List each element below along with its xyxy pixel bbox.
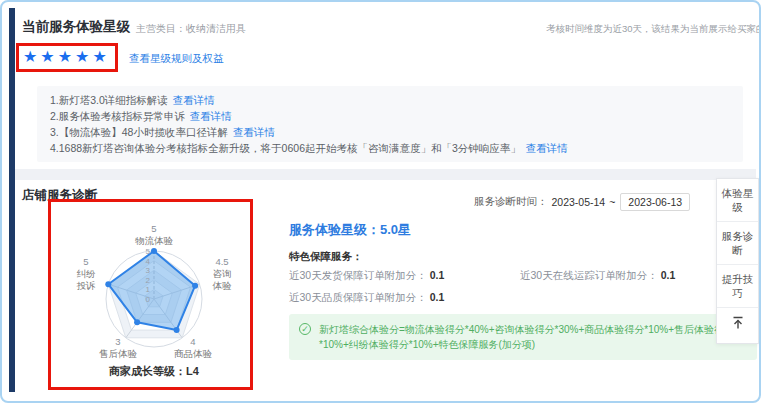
notice-text: 2.服务体验考核指标异常申诉 bbox=[50, 110, 185, 122]
service-radar-chart: 012345 5 物流体验 4.5 咨询体验 4 商品体验 3 售后体验 5 纠… bbox=[54, 222, 254, 390]
notice-list: 1.新灯塔3.0详细指标解读查看详情 2.服务体验考核指标异常申诉查看详情 3.… bbox=[37, 86, 743, 162]
radar-axis-aftersale: 3 售后体验 bbox=[78, 336, 158, 360]
left-page-edge-strip bbox=[9, 8, 15, 392]
svg-text:1: 1 bbox=[146, 285, 151, 294]
star-icon: ★ bbox=[23, 48, 40, 65]
notice-detail-link[interactable]: 查看详情 bbox=[233, 126, 275, 138]
sidenav-item-diagnosis[interactable]: 服务诊断 bbox=[717, 222, 758, 265]
star-icon: ★ bbox=[75, 48, 92, 65]
formula-note: ✓ 新灯塔综合体验分=物流体验得分*40%+咨询体验得分*30%+商品体验得分*… bbox=[289, 314, 757, 360]
date-start: 2023-05-14 bbox=[552, 196, 606, 208]
metric-shipping-bonus: 近30天发货保障订单附加分：0.1 bbox=[289, 269, 444, 283]
check-circle-icon: ✓ bbox=[299, 323, 311, 335]
notice-item: 1.新灯塔3.0详细指标解读查看详情 bbox=[50, 92, 730, 108]
notice-item: 4.1688新灯塔咨询体验分考核指标全新升级，将于0606起开始考核「咨询满意度… bbox=[50, 140, 730, 156]
sidenav-item-star-level[interactable]: 体验星级 bbox=[717, 179, 758, 222]
radar-axis-logistics: 5 物流体验 bbox=[114, 223, 194, 247]
back-to-top-icon bbox=[731, 316, 745, 330]
diagnosis-date-row: 服务诊断时间： 2023-05-14 ~ 2023-06-13 bbox=[474, 193, 690, 211]
diagnosis-title: 店铺服务诊断 bbox=[22, 187, 97, 204]
svg-text:4: 4 bbox=[146, 257, 151, 266]
radar-axis-product: 4 商品体验 bbox=[150, 336, 236, 360]
notice-text: 4.1688新灯塔咨询体验分考核指标全新升级，将于0606起开始考核「咨询满意度… bbox=[50, 142, 521, 154]
main-category-label: 主营类目：收纳清洁用具 bbox=[136, 22, 246, 36]
service-star-heading: 服务体验星级：5.0星 bbox=[289, 221, 411, 239]
back-to-top-button[interactable] bbox=[717, 308, 758, 343]
metric-quality-bonus: 近30天品质保障订单附加分：0.1 bbox=[289, 291, 444, 305]
merchant-level-label: 商家成长等级：L4 bbox=[54, 364, 254, 379]
date-separator: ~ bbox=[609, 196, 615, 208]
star-rules-link[interactable]: 查看星级规则及权益 bbox=[129, 52, 224, 66]
radar-axis-dispute: 5 纠纷投诉 bbox=[68, 256, 104, 292]
metric-tracking-bonus: 近30天在线运踪订单附加分：0.1 bbox=[520, 269, 675, 283]
notice-text: 3.【物流体验】48小时揽收率口径详解 bbox=[50, 126, 228, 138]
notice-detail-link[interactable]: 查看详情 bbox=[173, 94, 215, 106]
diagnosis-time-label: 服务诊断时间： bbox=[474, 195, 548, 209]
date-end-picker[interactable]: 2023-06-13 bbox=[620, 193, 690, 211]
guarantee-heading: 特色保障服务： bbox=[289, 250, 363, 264]
radar-axis-consult: 4.5 咨询体验 bbox=[204, 256, 240, 292]
sidenav-item-tips[interactable]: 提升技巧 bbox=[717, 265, 758, 308]
svg-text:2: 2 bbox=[146, 276, 151, 285]
svg-text:3: 3 bbox=[146, 266, 151, 275]
floating-side-nav: 体验星级 服务诊断 提升技巧 bbox=[716, 178, 759, 344]
dashboard-screen: 当前服务体验星级 主营类目：收纳清洁用具 考核时间维度为近30天，该结果为当前展… bbox=[0, 0, 761, 403]
assessment-period-note: 考核时间维度为近30天，该结果为当前展示给买家的服务体验 bbox=[546, 23, 761, 36]
star-icon: ★ bbox=[58, 48, 75, 65]
svg-text:5: 5 bbox=[146, 247, 151, 256]
star-icon: ★ bbox=[92, 48, 109, 65]
notice-text: 1.新灯塔3.0详细指标解读 bbox=[50, 94, 168, 106]
notice-detail-link[interactable]: 查看详情 bbox=[190, 110, 232, 122]
notice-detail-link[interactable]: 查看详情 bbox=[526, 142, 568, 154]
star-rating: ★★★★★ bbox=[23, 47, 110, 66]
page-title: 当前服务体验星级 bbox=[22, 18, 130, 36]
notice-item: 2.服务体验考核指标异常申诉查看详情 bbox=[50, 108, 730, 124]
notice-item: 3.【物流体验】48小时揽收率口径详解查看详情 bbox=[50, 124, 730, 140]
star-icon: ★ bbox=[40, 48, 57, 65]
svg-text:0: 0 bbox=[146, 295, 151, 304]
section-gap bbox=[15, 169, 756, 180]
